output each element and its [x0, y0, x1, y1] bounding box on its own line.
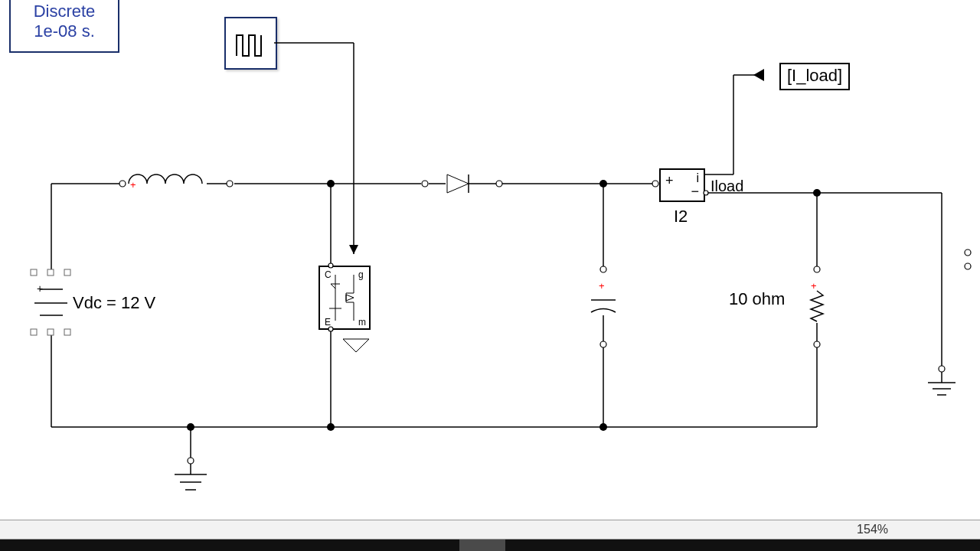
svg-point-53	[600, 341, 606, 347]
switch-symbol-icon: C g E m	[320, 267, 369, 328]
svg-point-67	[965, 249, 971, 256]
svg-marker-45	[343, 339, 369, 352]
svg-point-71	[188, 458, 194, 464]
zoom-level: 154%	[857, 523, 888, 536]
simulink-canvas[interactable]: Discrete 1e-08 s. [I_load] + i − C g E m	[0, 0, 980, 551]
svg-point-82	[119, 181, 126, 187]
svg-text:E: E	[325, 317, 331, 328]
powergui-step: 1e-08 s.	[11, 21, 118, 41]
svg-text:g: g	[358, 269, 364, 280]
svg-text:C: C	[325, 269, 332, 280]
svg-point-56	[814, 266, 820, 272]
svg-point-24	[652, 181, 658, 187]
svg-point-20	[422, 181, 428, 187]
svg-point-59	[814, 341, 820, 347]
sensor-name-label[interactable]: I2	[674, 207, 688, 227]
switch-block[interactable]: C g E m	[318, 266, 371, 330]
video-timeline[interactable]	[0, 540, 980, 551]
sensor-plus: +	[665, 173, 674, 189]
svg-point-76	[327, 180, 335, 187]
svg-rect-40	[31, 329, 37, 335]
svg-point-77	[599, 180, 607, 187]
svg-rect-42	[64, 329, 70, 335]
svg-point-79	[187, 423, 194, 431]
goto-arrow-icon	[750, 66, 773, 84]
svg-point-78	[813, 189, 821, 197]
pulse-waveform-icon	[236, 31, 266, 57]
svg-text:+: +	[599, 280, 605, 292]
svg-rect-37	[31, 269, 37, 276]
resistor-label[interactable]: 10 ohm	[729, 289, 785, 309]
goto-block[interactable]: [I_load]	[779, 63, 850, 90]
svg-rect-38	[47, 269, 54, 276]
svg-point-81	[599, 423, 607, 431]
svg-text:+: +	[130, 179, 136, 191]
svg-point-80	[327, 423, 335, 431]
goto-label: [I_load]	[787, 66, 842, 85]
svg-rect-41	[47, 329, 54, 335]
pulse-generator-block[interactable]	[224, 17, 277, 70]
svg-marker-15	[349, 245, 358, 254]
sensor-minus: −	[691, 184, 699, 200]
svg-point-83	[227, 181, 233, 187]
status-bar: 154%	[0, 520, 980, 540]
svg-text:m: m	[358, 317, 366, 328]
svg-point-49	[600, 266, 606, 272]
sensor-output-label: Iload	[710, 178, 743, 195]
dc-source-label[interactable]: Vdc = 12 V	[73, 293, 155, 313]
svg-marker-0	[753, 69, 764, 81]
powergui-block[interactable]: Discrete 1e-08 s.	[9, 0, 119, 53]
svg-rect-39	[64, 269, 70, 276]
svg-point-21	[496, 181, 502, 187]
svg-text:+: +	[37, 282, 43, 295]
svg-marker-8	[346, 295, 354, 301]
svg-text:+: +	[811, 280, 817, 292]
svg-marker-17	[447, 174, 469, 193]
svg-point-68	[965, 263, 971, 269]
powergui-mode: Discrete	[11, 2, 118, 21]
svg-point-62	[939, 366, 945, 372]
current-sensor-block[interactable]: + i −	[659, 168, 705, 202]
